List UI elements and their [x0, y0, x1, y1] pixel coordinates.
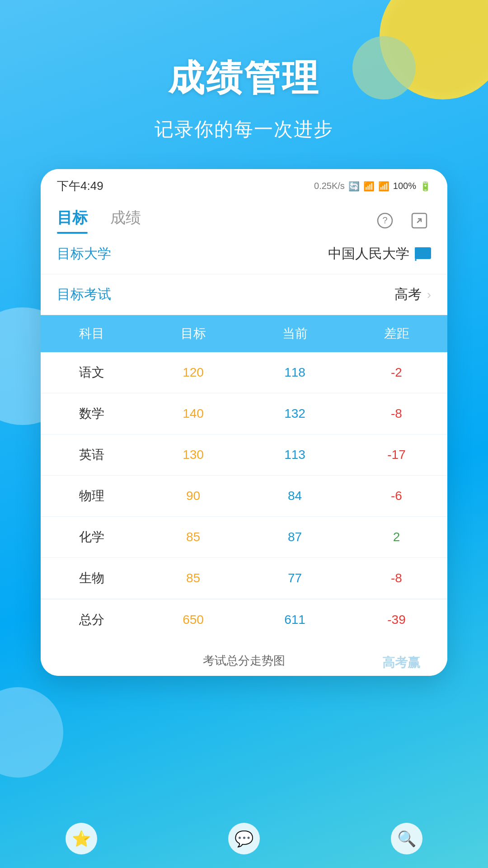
signal-icon: 📶: [363, 181, 375, 192]
col-diff: 差距: [346, 315, 447, 352]
cell-subject: 物理: [41, 476, 142, 517]
cell-subject: 生物: [41, 558, 142, 599]
cell-subject: 语文: [41, 352, 142, 393]
bottom-nav-search[interactable]: 🔍: [391, 823, 422, 854]
exam-value: 高考 ›: [394, 285, 431, 304]
cell-diff: 2: [346, 517, 447, 558]
cell-current: 132: [244, 393, 346, 434]
table-row: 化学 85 87 2: [41, 517, 447, 558]
table-row: 生物 85 77 -8: [41, 558, 447, 599]
col-current: 当前: [244, 315, 346, 352]
exam-label: 目标考试: [57, 285, 111, 304]
chat-icon: 💬: [228, 823, 260, 854]
table-row: 数学 140 132 -8: [41, 393, 447, 434]
help-button[interactable]: ?: [373, 209, 397, 232]
exam-name: 高考: [394, 285, 422, 304]
table-body: 语文 120 118 -2 数学 140 132 -8 英语 130 113 -…: [41, 352, 447, 640]
university-name: 中国人民大学: [328, 245, 409, 263]
cell-target: 130: [142, 434, 244, 476]
bottom-nav: ⭐ 💬 🔍: [0, 809, 488, 868]
cell-diff: -6: [346, 476, 447, 517]
nav-icons: ?: [373, 209, 431, 232]
table-row: 总分 650 611 -39: [41, 599, 447, 640]
star-icon: ⭐: [66, 823, 97, 854]
cell-diff: -39: [346, 599, 447, 640]
sub-title: 记录你的每一次进步: [0, 117, 488, 142]
bottom-nav-chat[interactable]: 💬: [228, 823, 260, 854]
cell-subject: 数学: [41, 393, 142, 434]
svg-rect-3: [415, 247, 431, 259]
cell-subject: 总分: [41, 599, 142, 640]
nav-tabs: 目标 成绩 ?: [41, 198, 447, 234]
phone-card: 下午4:49 0.25K/s 🔄 📶 📶 100% 🔋 目标 成绩: [41, 169, 447, 676]
table-row: 物理 90 84 -6: [41, 476, 447, 517]
bg-circle-bottom-left: [0, 687, 63, 778]
wifi-icon: 📶: [378, 181, 389, 192]
university-row[interactable]: 目标大学 中国人民大学: [41, 234, 447, 274]
table-row: 语文 120 118 -2: [41, 352, 447, 393]
score-table: 科目 目标 当前 差距 语文 120 118 -2 数学 140 132 -8 …: [41, 315, 447, 640]
cell-target: 90: [142, 476, 244, 517]
cell-diff: -8: [346, 558, 447, 599]
col-target: 目标: [142, 315, 244, 352]
exam-row[interactable]: 目标考试 高考 ›: [41, 274, 447, 315]
cell-diff: -8: [346, 393, 447, 434]
watermark: 高考赢: [382, 654, 420, 671]
phone-card-wrapper: 下午4:49 0.25K/s 🔄 📶 📶 100% 🔋 目标 成绩: [0, 169, 488, 676]
tab-target[interactable]: 目标: [57, 208, 88, 234]
cell-diff: -2: [346, 352, 447, 393]
table-header: 科目 目标 当前 差距: [41, 315, 447, 352]
status-right: 0.25K/s 🔄 📶 📶 100% 🔋: [314, 181, 431, 192]
chart-hint: 考试总分走势图 高考赢: [41, 640, 447, 676]
cell-target: 85: [142, 517, 244, 558]
cell-subject: 化学: [41, 517, 142, 558]
battery-icon: 🔋: [420, 181, 431, 192]
cell-current: 113: [244, 434, 346, 476]
cell-target: 140: [142, 393, 244, 434]
flag-icon: [415, 247, 431, 261]
status-bar: 下午4:49 0.25K/s 🔄 📶 📶 100% 🔋: [41, 169, 447, 198]
search-icon: 🔍: [391, 823, 422, 854]
col-subject: 科目: [41, 315, 142, 352]
network-speed: 0.25K/s: [314, 181, 345, 191]
table-row: 英语 130 113 -17: [41, 434, 447, 476]
cell-current: 611: [244, 599, 346, 640]
chevron-right-icon: ›: [427, 288, 431, 302]
svg-text:?: ?: [382, 215, 387, 225]
university-value: 中国人民大学: [328, 245, 431, 263]
export-button[interactable]: [408, 209, 431, 232]
cell-target: 650: [142, 599, 244, 640]
sync-icon: 🔄: [348, 181, 360, 192]
cell-current: 87: [244, 517, 346, 558]
cell-current: 84: [244, 476, 346, 517]
university-label: 目标大学: [57, 245, 111, 263]
tab-score[interactable]: 成绩: [110, 208, 141, 234]
battery-text: 100%: [393, 181, 416, 191]
cell-target: 85: [142, 558, 244, 599]
header: 成绩管理 记录你的每一次进步: [0, 0, 488, 169]
cell-current: 118: [244, 352, 346, 393]
bottom-nav-star[interactable]: ⭐: [66, 823, 97, 854]
cell-diff: -17: [346, 434, 447, 476]
cell-target: 120: [142, 352, 244, 393]
cell-current: 77: [244, 558, 346, 599]
status-time: 下午4:49: [57, 178, 103, 194]
cell-subject: 英语: [41, 434, 142, 476]
main-title: 成绩管理: [0, 54, 488, 103]
